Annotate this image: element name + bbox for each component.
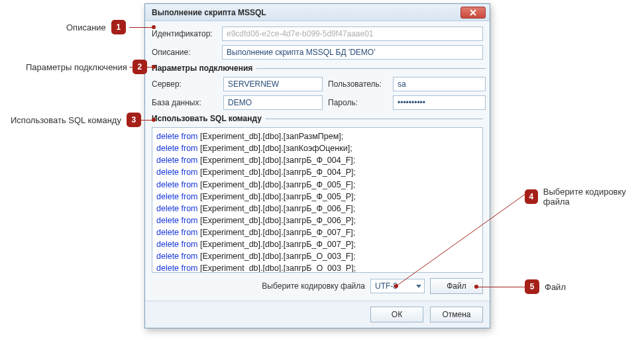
server-label: Сервер:: [152, 79, 218, 89]
identifier-label: Идентификатор:: [152, 29, 218, 38]
annotation-label: Использовать SQL команду: [11, 115, 121, 125]
close-button[interactable]: [460, 7, 486, 19]
description-field[interactable]: [222, 45, 483, 60]
db-field[interactable]: [223, 95, 323, 110]
annotation-3: Использовать SQL команду 3: [11, 113, 141, 127]
annotation-badge-3: 3: [127, 113, 141, 127]
annotation-1: Описание 1: [66, 20, 126, 34]
password-label: Пароль:: [328, 98, 388, 107]
annotation-badge-2: 2: [133, 60, 147, 74]
sql-line: delete from [Experiment_db].[dbo].[запгр…: [156, 154, 478, 166]
sql-legend: Использовать SQL команду: [152, 114, 266, 123]
connection-group: Параметры подключения Сервер: Пользовате…: [152, 64, 486, 110]
row-description: Описание:: [152, 45, 483, 60]
user-label: Пользователь:: [328, 79, 388, 89]
annotation-badge-1: 1: [111, 20, 126, 34]
annotation-badge-4: 4: [525, 189, 538, 204]
sql-line: delete from [Experiment_db].[dbo].[запКо…: [156, 142, 478, 154]
annotation-line: [394, 192, 527, 291]
db-label: База данных:: [152, 98, 218, 107]
titlebar: Выполнение скрипта MSSQL: [145, 4, 490, 21]
encoding-label: Выберите кодировку файла: [262, 281, 365, 291]
annotation-label: Описание: [66, 23, 106, 32]
annotation-dot: [152, 65, 156, 69]
sql-line: delete from [Experiment_db].[dbo].[запРа…: [156, 130, 478, 142]
server-field[interactable]: [223, 77, 323, 91]
dialog-title: Выполнение скрипта MSSQL: [152, 8, 460, 17]
annotation-dot: [474, 285, 478, 289]
svg-line-0: [396, 194, 525, 286]
cancel-button[interactable]: Отмена: [430, 307, 483, 322]
identifier-field[interactable]: [222, 26, 483, 41]
annotation-4: Выберите кодировку файла 4: [525, 187, 644, 207]
annotation-label: Файл: [545, 282, 566, 292]
sql-line: delete from [Experiment_db].[dbo].[запгр…: [156, 166, 478, 178]
annotation-dot: [152, 118, 156, 122]
description-label: Описание:: [152, 48, 218, 57]
annotation-label: Параметры подключения: [26, 62, 127, 72]
annotation-label: Выберите кодировку файла: [543, 187, 644, 207]
row-identifier: Идентификатор:: [152, 26, 483, 41]
annotation-line: [477, 287, 525, 287]
annotation-dot: [152, 25, 156, 29]
annotation-badge-5: 5: [525, 279, 539, 294]
sql-line: delete from [Experiment_db].[dbo].[запгр…: [156, 179, 478, 191]
dialog-footer: ОК Отмена: [145, 301, 490, 328]
annotation-line: [129, 27, 152, 28]
password-field[interactable]: [393, 95, 486, 110]
connection-legend: Параметры подключения: [152, 64, 256, 73]
ok-button[interactable]: ОК: [370, 307, 423, 322]
user-field[interactable]: [393, 77, 486, 91]
close-icon: [469, 9, 477, 16]
annotation-5: Файл 5: [525, 279, 566, 294]
svg-point-1: [394, 284, 398, 288]
